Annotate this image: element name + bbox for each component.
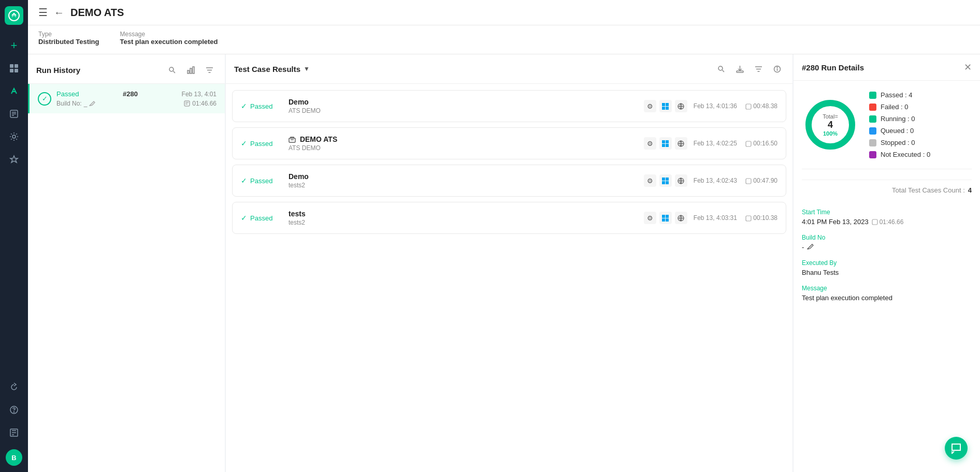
- svg-rect-19: [188, 70, 189, 73]
- result-icons-3: ⚙: [644, 174, 687, 187]
- svg-rect-32: [666, 103, 669, 106]
- sidebar-item-dashboard[interactable]: [4, 58, 24, 79]
- svg-rect-56: [746, 216, 751, 221]
- test-result-card[interactable]: ✓ Passed DEMO ATS ATS DEMO ⚙: [232, 127, 786, 159]
- result-name: Demo: [289, 172, 629, 181]
- svg-rect-51: [662, 215, 665, 218]
- search-results-icon[interactable]: [714, 62, 728, 76]
- svg-point-12: [14, 412, 15, 412]
- total-count-row: Total Test Cases Count : 4: [802, 180, 972, 200]
- filter-results-icon[interactable]: [751, 62, 766, 76]
- legend-running-label: Running : 0: [881, 115, 915, 123]
- result-status-4: ✓ Passed: [241, 214, 282, 222]
- search-icon[interactable]: [165, 63, 179, 77]
- result-name: Demo: [289, 98, 629, 106]
- run-build: Build No: _: [56, 100, 95, 107]
- panels: Run History ✓ P: [28, 54, 980, 472]
- run-details-header: #280 Run Details ✕: [794, 54, 980, 81]
- test-result-card[interactable]: ✓ Passed Demo tests2 ⚙: [232, 165, 786, 197]
- app-logo[interactable]: [5, 6, 23, 25]
- chart-icon[interactable]: [183, 63, 198, 77]
- svg-rect-44: [746, 141, 751, 146]
- svg-rect-31: [662, 103, 665, 106]
- user-avatar[interactable]: B: [6, 449, 22, 466]
- result-status-2: ✓ Passed: [241, 139, 282, 148]
- chat-fab[interactable]: [945, 437, 968, 460]
- result-icons-2: ⚙: [644, 137, 687, 150]
- total-count-value: 4: [968, 186, 972, 194]
- test-results-header: Test Case Results ▼: [226, 54, 792, 84]
- back-icon[interactable]: ←: [54, 7, 64, 19]
- result-suite: tests2: [289, 182, 629, 189]
- filter-icon[interactable]: [202, 63, 217, 77]
- sidebar-item-settings[interactable]: [4, 126, 24, 147]
- test-result-card[interactable]: ✓ Passed tests tests2 ⚙: [232, 202, 786, 234]
- run-details-panel: #280 Run Details ✕ Total=: [794, 54, 980, 472]
- donut-total-label: Total=: [823, 113, 838, 120]
- run-details-content: Total= 4 100% Passed : 4 Failed : 0: [794, 81, 980, 320]
- browser-icon: [675, 174, 687, 187]
- run-item[interactable]: ✓ Passed #280 Feb 13, 4:01 Build No: _: [28, 84, 225, 113]
- build-no-row: Build No -: [802, 234, 972, 251]
- legend-queued: Queued : 0: [869, 127, 930, 135]
- running-dot: [869, 115, 876, 123]
- svg-point-17: [169, 67, 174, 71]
- result-suite: ATS DEMO: [289, 144, 629, 152]
- export-icon[interactable]: [732, 62, 747, 76]
- start-time-row: Start Time 4:01 PM Feb 13, 2023 01:46.66: [802, 209, 972, 226]
- svg-rect-1: [10, 64, 13, 68]
- sidebar: + B: [0, 0, 28, 472]
- total-count-label: Total Test Cases Count :: [892, 186, 965, 194]
- sidebar-item-reports[interactable]: [4, 422, 24, 443]
- result-info-4: tests tests2: [289, 210, 629, 226]
- gear-icon: ⚙: [644, 100, 656, 112]
- sidebar-item-cases[interactable]: [4, 104, 24, 124]
- result-info-1: Demo ATS DEMO: [289, 98, 629, 114]
- test-results-title: Test Case Results: [234, 65, 300, 73]
- svg-rect-3: [10, 69, 13, 72]
- legend-running: Running : 0: [869, 115, 930, 123]
- test-results-header-left: Test Case Results ▼: [234, 65, 310, 73]
- sidebar-item-tests[interactable]: [4, 81, 24, 101]
- test-results-list: ✓ Passed Demo ATS DEMO ⚙: [226, 84, 792, 240]
- close-icon[interactable]: ✕: [964, 62, 972, 73]
- run-details-title: #280 Run Details: [802, 63, 864, 72]
- test-result-card[interactable]: ✓ Passed Demo ATS DEMO ⚙: [232, 90, 786, 122]
- detail-message-label: Message: [802, 285, 972, 292]
- sidebar-item-plugins[interactable]: [4, 149, 24, 170]
- svg-rect-33: [662, 107, 665, 110]
- dropdown-arrow-icon[interactable]: ▼: [304, 65, 310, 72]
- result-suite: ATS DEMO: [289, 107, 629, 114]
- test-results-actions: [714, 62, 784, 76]
- check-icon: ✓: [241, 102, 247, 110]
- sidebar-item-add[interactable]: +: [4, 35, 24, 56]
- page-title: DEMO ATS: [70, 7, 124, 19]
- svg-point-10: [12, 135, 16, 138]
- queued-dot: [869, 127, 876, 135]
- sidebar-item-refresh[interactable]: [4, 377, 24, 397]
- run-history-header: Run History: [28, 54, 225, 84]
- windows-icon: [659, 174, 672, 187]
- info-bar: Type Distributed Testing Message Test pl…: [28, 25, 980, 54]
- sidebar-item-help[interactable]: [4, 400, 24, 420]
- status-label: Passed: [250, 140, 272, 148]
- detail-message-value: Test plan execution completed: [802, 294, 972, 302]
- legend-failed: Failed : 0: [869, 103, 930, 111]
- menu-icon[interactable]: ☰: [38, 6, 48, 19]
- run-status-icon: ✓: [38, 92, 51, 106]
- svg-rect-22: [184, 101, 190, 106]
- svg-rect-48: [666, 181, 669, 184]
- result-suite: tests2: [289, 219, 629, 226]
- svg-rect-47: [662, 181, 665, 184]
- info-icon[interactable]: [770, 62, 784, 76]
- run-info-bottom: Build No: _ 01:46.66: [56, 100, 217, 107]
- legend-failed-label: Failed : 0: [881, 103, 908, 111]
- run-id: #280: [123, 90, 138, 98]
- gear-icon: ⚙: [644, 174, 656, 187]
- svg-line-26: [722, 70, 724, 72]
- donut-percentage: 100%: [823, 130, 838, 137]
- run-time: 01:46.66: [184, 100, 217, 107]
- result-date: Feb 13, 4:03:31: [694, 214, 737, 222]
- svg-rect-40: [666, 140, 669, 143]
- svg-rect-21: [193, 67, 194, 73]
